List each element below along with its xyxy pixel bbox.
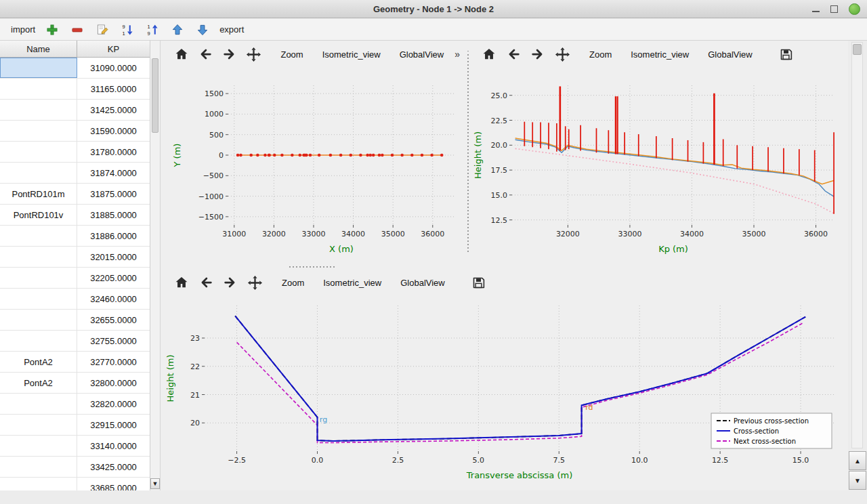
name-cell[interactable]: PontRD101v <box>0 205 77 225</box>
name-cell[interactable] <box>0 79 77 99</box>
table-row[interactable]: 32655.0000 <box>0 310 150 331</box>
kp-cell[interactable]: 33140.0000 <box>77 436 150 456</box>
import-button[interactable]: import <box>11 24 35 35</box>
scroll-down-button[interactable]: ▼ <box>849 471 866 490</box>
name-cell[interactable] <box>0 58 77 78</box>
name-cell[interactable] <box>0 268 77 288</box>
table-row[interactable]: 33425.0000 <box>0 457 150 478</box>
global-view-button[interactable]: GlobalView <box>392 274 453 291</box>
name-cell[interactable] <box>0 331 77 351</box>
isometric-view-button[interactable]: Isometric_view <box>315 274 389 291</box>
name-cell[interactable] <box>0 415 77 435</box>
kp-cell[interactable]: 31886.0000 <box>77 226 150 246</box>
forward-button[interactable] <box>219 272 241 293</box>
table-scroll-down-button[interactable]: ▼ <box>150 478 160 489</box>
scroll-up-button[interactable]: ▲ <box>849 451 866 470</box>
back-button[interactable] <box>195 44 217 64</box>
name-cell[interactable] <box>0 142 77 162</box>
kp-cell[interactable]: 31875.0000 <box>77 184 150 204</box>
forward-button[interactable] <box>219 44 240 64</box>
move-up-button[interactable] <box>169 22 186 38</box>
zoom-button[interactable]: Zoom <box>272 46 311 63</box>
kp-cell[interactable]: 31090.0000 <box>77 58 150 78</box>
table-row[interactable]: 33140.0000 <box>0 436 150 457</box>
maximize-button[interactable] <box>830 5 838 13</box>
name-cell[interactable]: PontRD101m <box>0 184 77 204</box>
sort-ascending-button[interactable]: 19 <box>144 22 161 38</box>
kp-cell[interactable]: 33425.0000 <box>77 457 150 477</box>
isometric-view-button[interactable]: Isometric_view <box>622 46 697 63</box>
global-view-button[interactable]: GlobalView <box>392 46 452 63</box>
kp-cell[interactable]: 31885.0000 <box>77 205 150 225</box>
pan-button[interactable] <box>243 44 265 64</box>
table-row[interactable]: 32460.0000 <box>0 289 150 310</box>
save-button[interactable] <box>468 272 490 293</box>
name-cell[interactable] <box>0 121 77 141</box>
zoom-button[interactable]: Zoom <box>274 274 312 291</box>
table-row[interactable]: 31090.0000 <box>0 58 150 79</box>
table-row[interactable]: 32015.0000 <box>0 247 150 268</box>
home-button[interactable] <box>171 272 192 293</box>
kp-cell[interactable]: 32655.0000 <box>77 310 150 330</box>
table-row[interactable]: 31886.0000 <box>0 226 150 247</box>
kp-cell[interactable]: 31590.0000 <box>77 121 150 141</box>
kp-cell[interactable]: 32915.0000 <box>77 415 150 435</box>
table-row[interactable]: 32915.0000 <box>0 415 150 436</box>
kp-cell[interactable]: 31165.0000 <box>77 79 150 99</box>
table-row[interactable]: 32205.0000 <box>0 268 150 289</box>
table-row[interactable]: 31874.0000 <box>0 163 150 184</box>
edit-button[interactable] <box>94 22 110 38</box>
name-cell[interactable] <box>0 163 77 183</box>
add-button[interactable] <box>44 22 60 38</box>
table-scrollbar[interactable]: ▼ <box>150 41 161 490</box>
kp-cell[interactable]: 32800.0000 <box>77 373 150 393</box>
profile-chart[interactable]: 320003300034000350003600012.515.017.520.… <box>470 68 845 264</box>
kp-cell[interactable]: 31425.0000 <box>77 100 150 120</box>
table-row[interactable]: 31425.0000 <box>0 100 150 121</box>
isometric-view-button[interactable]: Isometric_view <box>314 46 389 63</box>
back-button[interactable] <box>503 44 524 64</box>
name-cell[interactable] <box>0 100 77 120</box>
move-down-button[interactable] <box>194 22 211 38</box>
table-row[interactable]: 33685.0000 <box>0 478 150 490</box>
minimize-button[interactable] <box>812 11 820 12</box>
vertical-splitter[interactable] <box>465 41 470 264</box>
kp-cell[interactable]: 32205.0000 <box>77 268 150 288</box>
column-header-name[interactable]: Name <box>0 41 77 57</box>
home-button[interactable] <box>478 44 500 64</box>
name-cell[interactable] <box>0 226 77 246</box>
toolbar-overflow-chevron[interactable]: » <box>454 49 460 60</box>
table-row[interactable]: 31165.0000 <box>0 79 150 100</box>
kp-cell[interactable]: 31780.0000 <box>77 142 150 162</box>
close-button[interactable] <box>849 3 860 15</box>
pan-button[interactable] <box>244 272 266 293</box>
name-cell[interactable] <box>0 457 77 477</box>
kp-cell[interactable]: 32770.0000 <box>77 352 150 372</box>
name-cell[interactable] <box>0 394 77 414</box>
table-row[interactable]: 32755.0000 <box>0 331 150 352</box>
sort-descending-button[interactable]: 91 <box>119 22 135 38</box>
kp-cell[interactable]: 33685.0000 <box>77 478 150 490</box>
pan-button[interactable] <box>551 44 573 64</box>
column-header-kp[interactable]: KP <box>77 41 150 57</box>
back-button[interactable] <box>195 272 217 293</box>
table-scrollbar-thumb[interactable] <box>152 58 158 133</box>
table-row[interactable]: 31780.0000 <box>0 142 150 163</box>
name-cell[interactable] <box>0 478 77 490</box>
kp-cell[interactable]: 31874.0000 <box>77 163 150 183</box>
cross-section-chart[interactable]: −2.50.02.55.07.510.012.515.020212223Tran… <box>163 296 845 490</box>
scrollbar-trough[interactable] <box>851 42 863 448</box>
horizontal-splitter[interactable] <box>161 264 847 269</box>
kp-cell[interactable]: 32755.0000 <box>77 331 150 351</box>
scrollbar-thumb[interactable] <box>853 44 862 55</box>
main-scrollbar[interactable]: ▲ ▼ <box>848 41 867 490</box>
name-cell[interactable] <box>0 247 77 267</box>
table-row[interactable]: PontRD101v31885.0000 <box>0 205 150 226</box>
name-cell[interactable]: PontA2 <box>0 373 77 393</box>
table-row[interactable]: 32820.0000 <box>0 394 150 415</box>
home-button[interactable] <box>171 44 192 64</box>
name-cell[interactable] <box>0 310 77 330</box>
save-button[interactable] <box>776 44 797 64</box>
kp-cell[interactable]: 32820.0000 <box>77 394 150 414</box>
kp-cell[interactable]: 32460.0000 <box>77 289 150 309</box>
